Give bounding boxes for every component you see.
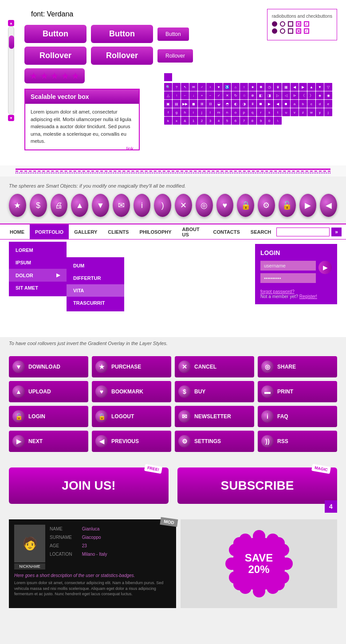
sphere-target[interactable]: ◎	[196, 194, 213, 217]
icon-t6: m	[215, 108, 223, 116]
nav-item-gallery[interactable]: GALLERY	[69, 224, 102, 239]
register-link[interactable]: Register!	[299, 294, 317, 299]
radio-filled-2[interactable]	[272, 28, 277, 34]
spheres-description: The spheres are Smart Objects: if you mo…	[9, 183, 337, 188]
icon-s14: e	[324, 100, 332, 108]
icon-u10: 5	[223, 117, 231, 125]
sphere-dollar[interactable]: $	[30, 194, 47, 217]
menu-dolor[interactable]: DOLOR ▶	[9, 269, 67, 282]
next-button[interactable]: ▶ NEXT	[9, 431, 88, 452]
sphere-wrench[interactable]: ⚙	[258, 194, 275, 217]
button-large-2[interactable]: Button	[91, 25, 153, 43]
previous-button[interactable]: ◀ PREVIOUS	[92, 431, 171, 452]
scrollbar-track[interactable]	[8, 26, 14, 115]
purchase-button[interactable]: ★ PURCHASE	[92, 356, 171, 377]
nav-item-clients[interactable]: CLIENTS	[102, 224, 134, 239]
submenu-vita[interactable]: VITA	[67, 284, 124, 297]
scrollbar-thumb[interactable]	[9, 35, 14, 49]
sphere-up[interactable]: ▲	[71, 194, 88, 217]
login-submit-button[interactable]: ▶	[318, 261, 332, 274]
sphere-mail[interactable]: ✉	[113, 194, 130, 217]
nav-item-search[interactable]: SEARCH	[245, 224, 276, 239]
checkbox-empty-1[interactable]	[288, 21, 293, 27]
checkbox-check-2[interactable]: ✓	[304, 28, 309, 34]
sphere-play[interactable]: ▶	[299, 194, 317, 217]
sphere-lock2[interactable]: 🔓	[279, 194, 296, 217]
share-button[interactable]: ◎ SHARE	[258, 356, 337, 377]
print-button[interactable]: ▬ PRINT	[258, 381, 337, 402]
scroll-up-arrow[interactable]: ▲	[8, 20, 14, 26]
sphere-print[interactable]: 🖨	[51, 194, 68, 217]
rollover-large-1[interactable]: Rollover	[24, 47, 86, 65]
rss-button[interactable]: )) RSS	[258, 431, 337, 452]
submenu-trascurrit[interactable]: TRASCURRIT	[67, 297, 124, 309]
upload-button[interactable]: ▲ UPLOAD	[9, 381, 88, 402]
checkbox-x-2[interactable]: ✕	[296, 28, 301, 34]
sphere-prev[interactable]: ◀	[320, 194, 337, 217]
nav-item-portfolio[interactable]: PORTFOLIO	[30, 224, 69, 239]
search-button[interactable]: »	[331, 228, 342, 236]
buy-button[interactable]: $ BUY	[175, 381, 254, 402]
radio-empty-1[interactable]	[280, 21, 285, 27]
sphere-rss[interactable]: )	[154, 194, 171, 217]
submenu-differtur[interactable]: DIFFERTUR	[67, 272, 124, 284]
login-action-button[interactable]: 🔓 LOGIN	[9, 406, 88, 427]
icon-arrow-d: ↓	[189, 91, 197, 99]
settings-button[interactable]: ⚙ SETTINGS	[175, 431, 254, 452]
sphere-lock[interactable]: 🔒	[237, 194, 254, 217]
icon-r11: ▤	[173, 100, 181, 108]
newsletter-button[interactable]: ✉ NEWSLETTER	[175, 406, 254, 427]
menu-lorem[interactable]: LOREM	[9, 244, 67, 256]
profile-body: Lorem ipsum dolor sit amet, consectetur …	[14, 580, 171, 597]
icon-question: ?	[173, 83, 181, 91]
nav-item-aboutus[interactable]: ABOUT US	[177, 224, 208, 239]
icon-s8: ◀	[274, 100, 282, 108]
download-icon: ▼	[12, 361, 25, 373]
subscribe-button[interactable]: MAGIC SUBSCRIBE	[177, 467, 337, 504]
password-input[interactable]	[260, 273, 316, 283]
icon-u2: j	[324, 108, 332, 116]
search-input[interactable]	[276, 228, 330, 236]
logout-button[interactable]: 🔒 LOGOUT	[92, 406, 171, 427]
nav-item-contacts[interactable]: CONTACTS	[208, 224, 245, 239]
download-button[interactable]: ▼ DOWNLOAD	[9, 356, 88, 377]
join-button[interactable]: FREE! JOIN US!	[9, 467, 169, 504]
username-input[interactable]	[260, 261, 316, 271]
sphere-down[interactable]: ▼	[92, 194, 109, 217]
icon-heart: ♥	[215, 83, 223, 91]
vector-box-link[interactable]: link	[126, 145, 134, 153]
scrollbar-vertical[interactable]: ▲ ▼	[8, 20, 14, 121]
forgot-password-link[interactable]: forgot password?	[260, 289, 295, 294]
sphere-heart[interactable]: ♥	[216, 194, 234, 217]
rollover-small-1[interactable]: Rollover	[157, 49, 193, 63]
radio-empty-2[interactable]	[280, 28, 285, 34]
scroll-down-arrow[interactable]: ▼	[8, 115, 14, 121]
icon-s3: ◐	[232, 100, 240, 108]
sphere-x[interactable]: ✕	[175, 194, 192, 217]
nav-item-philosophy[interactable]: PHILOSOPHY	[134, 224, 177, 239]
icon-r9: ◉	[324, 91, 332, 99]
icon-misc1: ⊕	[248, 91, 256, 99]
icon-play: ▶	[299, 83, 307, 91]
login-title: LOGIN	[260, 249, 332, 256]
button-large-1[interactable]: Button	[24, 25, 86, 43]
submenu-dum[interactable]: DUM	[67, 259, 124, 272]
sphere-info[interactable]: i	[134, 194, 151, 217]
faq-button[interactable]: i FAQ	[258, 406, 337, 427]
rollover-large-2[interactable]: Rollover	[91, 47, 153, 65]
menu-sitamet[interactable]: SIT AMET	[9, 282, 67, 294]
checkbox-empty-2[interactable]	[288, 28, 293, 34]
icon-s4: ◑	[240, 100, 248, 108]
icon-r4: ◁	[282, 91, 290, 99]
menu-ipsum[interactable]: IPSUM	[9, 256, 67, 269]
nav-item-home[interactable]: HOME	[4, 224, 30, 239]
checkbox-x-1[interactable]: ✕	[296, 21, 301, 27]
bookmark-button[interactable]: ♥ BOOKMARK	[92, 381, 171, 402]
button-small-1[interactable]: Button	[157, 27, 189, 41]
nickname-label: NICKNAME	[14, 563, 45, 569]
sphere-star[interactable]: ★	[9, 194, 26, 217]
radio-filled-1[interactable]	[272, 21, 277, 27]
cancel-button[interactable]: ✕ CANCEL	[175, 356, 254, 377]
checkbox-check-1[interactable]: ✓	[304, 21, 309, 27]
icon-r10: ▣	[164, 100, 172, 108]
